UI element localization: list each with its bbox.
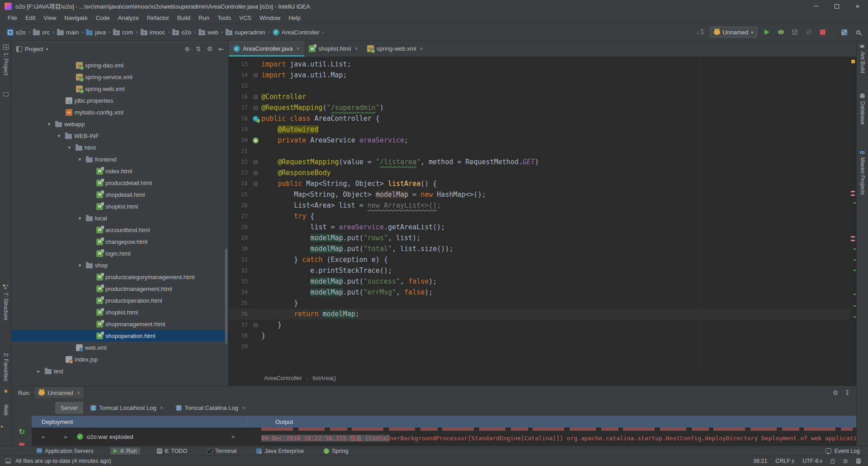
run-configuration-select[interactable]: Unnamed ▾ — [710, 27, 757, 38]
menu-item-edit[interactable]: Edit — [21, 14, 39, 22]
tree-item[interactable]: shoplist.html — [12, 200, 228, 212]
menu-item-file[interactable]: File — [4, 14, 21, 22]
fold-marker-icon[interactable] — [254, 182, 258, 186]
code-line[interactable]: 23 @ResponseBody — [229, 167, 850, 178]
tree-item[interactable]: index.jsp — [12, 353, 228, 365]
expand-chevron-icon[interactable]: » — [231, 433, 235, 440]
tree-item[interactable]: ▾WEB-INF — [12, 130, 228, 142]
code-line[interactable]: 27 try { — [229, 211, 850, 222]
settings-gear-button[interactable]: ⚙ — [207, 45, 213, 52]
hide-panel-button[interactable]: ⇤ — [218, 45, 224, 52]
tree-item[interactable]: productcategorymanagement.html — [12, 271, 228, 283]
line-separator-widget[interactable]: CRLF — [775, 458, 794, 464]
profiler-button[interactable] — [804, 27, 813, 37]
menu-item-build[interactable]: Build — [173, 14, 194, 22]
toolwindow-button-maven[interactable]: Maven Projects — [859, 157, 866, 195]
expand-chevron-icon[interactable]: » — [54, 433, 77, 440]
captures-toolwindow-icon[interactable] — [3, 92, 9, 96]
fold-marker-icon[interactable] — [254, 323, 258, 327]
error-stripe[interactable] — [850, 57, 856, 371]
breadcrumb-class[interactable]: AreaController — [264, 375, 302, 381]
tree-item[interactable]: web.xml — [12, 342, 228, 353]
minimize-button[interactable] — [806, 0, 826, 12]
deployment-column-header[interactable]: Deployment — [32, 418, 246, 425]
lock-icon[interactable] — [830, 461, 835, 464]
code-line[interactable]: 21 — [229, 146, 850, 157]
tree-item[interactable]: shoplist.html — [12, 306, 228, 318]
hide-panel-button[interactable]: ↧ — [844, 389, 850, 396]
toolwindow-button-favorites[interactable]: 2: Favorites — [3, 353, 9, 381]
settings-gear-button[interactable]: ⚙ — [833, 389, 839, 396]
stop-button[interactable] — [818, 27, 827, 37]
menu-item-navigate[interactable]: Navigate — [60, 14, 91, 22]
menu-item-refactor[interactable]: Refactor — [143, 14, 173, 22]
expanded-arrow-icon[interactable]: ▾ — [76, 262, 84, 268]
console-log-line[interactable]: 09-Dec-2018 18:22:58.315 信息 [ContainerBa… — [261, 433, 856, 442]
fold-marker-icon[interactable] — [254, 73, 258, 77]
code-line[interactable]: 36 return modelMap; — [229, 309, 850, 319]
toolwindow-button-6-todo[interactable]: 6: TODO — [154, 447, 191, 455]
toolwindow-button-web[interactable]: Web — [3, 404, 9, 415]
menu-item-run[interactable]: Run — [194, 14, 213, 22]
code-line[interactable]: 39 — [229, 341, 850, 352]
tree-item[interactable]: spring-dao.xml — [12, 59, 228, 71]
menu-item-help[interactable]: Help — [284, 14, 305, 22]
fold-marker-icon[interactable] — [254, 95, 258, 99]
code-line[interactable]: 26 List<Area> list = new ArrayList<>(); — [229, 200, 850, 211]
autowired-icon[interactable] — [253, 138, 259, 143]
favorites-star-icon[interactable]: ★ — [3, 388, 9, 394]
toolwindow-button-structure[interactable]: 7: Structure — [3, 292, 9, 320]
code-line[interactable]: 38} — [229, 330, 850, 341]
caret-position[interactable]: 36:21 — [753, 458, 767, 464]
tree-item[interactable]: ▸test — [12, 365, 228, 377]
breadcrumb-item[interactable]: src — [32, 28, 51, 37]
menu-item-analyze[interactable]: Analyze — [114, 14, 143, 22]
collapse-all-button[interactable]: ⇅ — [196, 45, 201, 52]
run-tab[interactable]: Tomcat Catalina Log× — [170, 402, 250, 414]
code-line[interactable]: 31 } catch (Exception e) { — [229, 254, 850, 265]
menu-item-window[interactable]: Window — [255, 14, 284, 22]
breadcrumb-item[interactable]: java — [85, 28, 107, 37]
code-line[interactable]: 14import java.util.Map; — [229, 70, 850, 81]
output-column-header[interactable]: Output — [246, 418, 293, 425]
maximize-button[interactable] — [826, 0, 847, 12]
breadcrumb-item[interactable]: com — [112, 28, 135, 37]
expanded-arrow-icon[interactable]: ▾ — [76, 157, 84, 162]
run-config-tab[interactable]: Unnamed × — [35, 387, 84, 398]
breadcrumb-item[interactable]: main — [56, 28, 80, 37]
code-line[interactable]: 35 } — [229, 298, 850, 309]
expanded-arrow-icon[interactable]: ▾ — [45, 121, 53, 127]
toolwindow-switcher-icon[interactable] — [5, 458, 11, 464]
breadcrumb-item[interactable]: web — [197, 28, 220, 37]
tree-item[interactable]: spring-web.xml — [12, 83, 228, 95]
inspections-gear-icon[interactable]: ⚙ — [843, 458, 848, 465]
run-tab[interactable]: Server — [55, 402, 83, 414]
code-line[interactable]: 33 modelMap.put("success", false); — [229, 276, 850, 287]
editor-tab[interactable]: AreaController.java× — [229, 41, 304, 57]
menu-item-view[interactable]: View — [39, 14, 60, 22]
code-line[interactable]: 30 modelMap.put("total", list.size()); — [229, 243, 850, 254]
code-line[interactable]: 32 e.printStackTrace(); — [229, 265, 850, 276]
code-line[interactable]: 19 @Autowired — [229, 124, 850, 135]
code-editor[interactable]: 13import java.util.List;14import java.ut… — [229, 57, 850, 371]
run-button[interactable] — [762, 27, 771, 37]
tree-item[interactable]: shopmanagement.html — [12, 318, 228, 330]
run-tab[interactable]: Tomcat Localhost Log× — [85, 402, 169, 414]
code-line[interactable]: 37 } — [229, 319, 850, 330]
tree-item[interactable]: changepsw.html — [12, 236, 228, 247]
coverage-button[interactable] — [790, 27, 799, 37]
tree-item[interactable]: ▾local — [12, 212, 228, 224]
tree-item[interactable]: index.html — [12, 165, 228, 177]
breadcrumb-item[interactable]: o2o — [171, 28, 193, 37]
spring-bean-icon[interactable] — [253, 116, 259, 122]
deployment-row[interactable]: » » ✓ o2o:war exploded — [32, 430, 133, 443]
stop-button[interactable] — [19, 443, 24, 446]
event-log-button[interactable]: Event Log — [826, 448, 860, 454]
close-tab-icon[interactable]: × — [242, 404, 245, 411]
tree-item[interactable]: ▾webapp — [12, 118, 228, 130]
toolwindow-button-database[interactable]: Database — [859, 101, 866, 124]
toolwindow-button-spring[interactable]: Spring — [321, 447, 351, 455]
tree-item[interactable]: login.html — [12, 247, 228, 259]
close-tab-icon[interactable]: × — [160, 404, 164, 411]
close-tab-icon[interactable]: × — [420, 45, 423, 52]
